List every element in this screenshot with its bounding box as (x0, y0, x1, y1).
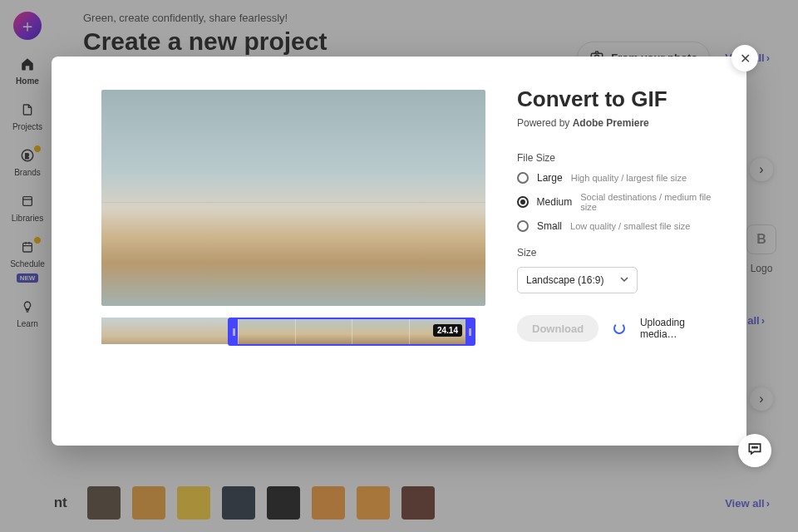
timeline-frame (238, 319, 295, 344)
radio-hint: Low quality / smallest file size (570, 221, 690, 231)
radio-icon (517, 196, 529, 208)
size-select-value: Landscape (16:9) (526, 274, 603, 286)
filesize-section-label: File Size (517, 152, 723, 164)
close-button[interactable]: ✕ (732, 45, 758, 71)
timeline-selection[interactable]: || || 24.14 (228, 318, 475, 346)
svg-point-7 (756, 447, 757, 448)
trim-handle-left[interactable]: || (229, 319, 238, 344)
trim-handle-right[interactable]: || (466, 319, 474, 344)
feedback-button[interactable] (738, 434, 771, 467)
radio-hint: High quality / largest file size (571, 173, 687, 183)
timeline-frame (352, 319, 409, 344)
close-icon: ✕ (740, 51, 751, 66)
uploading-status: Uploading media… (640, 317, 723, 340)
filesize-option-large[interactable]: LargeHigh quality / largest file size (517, 172, 723, 184)
download-button[interactable]: Download (517, 315, 598, 342)
powered-by-text: Powered by Adobe Premiere (517, 117, 723, 129)
radio-icon (517, 220, 529, 232)
timeline-unselected (101, 318, 228, 344)
dialog-title: Convert to GIF (517, 86, 723, 112)
radio-label: Small (537, 220, 562, 232)
convert-gif-dialog: ✕ || || 24.14 Conver (52, 57, 746, 446)
size-section-label: Size (517, 247, 723, 259)
filesize-option-small[interactable]: SmallLow quality / smallest file size (517, 220, 723, 232)
svg-point-5 (752, 447, 753, 448)
timeline-frame (295, 319, 352, 344)
chevron-down-icon (620, 274, 628, 286)
chat-icon (746, 441, 763, 461)
timecode-badge: 24.14 (433, 324, 462, 337)
radio-hint: Social destinations / medium file size (580, 192, 723, 212)
video-preview[interactable] (101, 90, 485, 306)
filesize-option-medium[interactable]: MediumSocial destinations / medium file … (517, 192, 723, 212)
radio-icon (517, 172, 529, 184)
trim-timeline[interactable]: || || 24.14 (101, 318, 475, 346)
radio-label: Medium (537, 196, 573, 208)
radio-label: Large (537, 172, 563, 184)
spinner-icon (613, 323, 625, 334)
svg-point-6 (754, 447, 755, 448)
size-select[interactable]: Landscape (16:9) (517, 267, 638, 293)
